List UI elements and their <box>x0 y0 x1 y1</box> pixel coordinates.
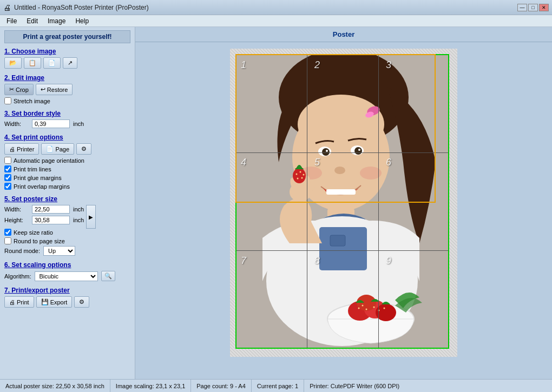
poster-width-input[interactable] <box>32 205 70 214</box>
poster-height-row: Height: inch <box>4 216 84 224</box>
trim-lines-row: Print trim lines <box>4 165 130 172</box>
actual-size-text: Actual poster size: 22,50 x 30,58 inch <box>5 383 104 389</box>
restore-label: Restore <box>47 87 68 93</box>
round-mode-select[interactable]: Up Down <box>43 246 75 256</box>
copy-icon: 📋 <box>29 59 36 67</box>
cell-9-number: 9 <box>386 255 391 267</box>
close-button[interactable]: ✕ <box>539 4 549 11</box>
statusbar: Actual poster size: 22,50 x 30,58 inch I… <box>0 379 552 392</box>
svg-point-40 <box>373 307 375 308</box>
section-border-style: 3. Set border style Width: inch <box>4 110 130 128</box>
photo-svg <box>235 54 449 349</box>
choose-image-title: 1. Choose image <box>4 48 130 55</box>
svg-point-38 <box>362 305 364 307</box>
section-scaling: 6. Set scaling options Algorithm: Bicubi… <box>4 261 130 281</box>
section-poster-size: 5. Set poster size Width: inch Height: i… <box>4 195 130 256</box>
svg-rect-19 <box>319 227 367 270</box>
size-scroll-arrow[interactable]: ▶ <box>86 205 96 229</box>
menu-help[interactable]: Help <box>71 16 93 26</box>
border-width-label: Width: <box>4 121 29 127</box>
section-edit-image: 2. Edit image ✂ Crop ↩ Restore Stretch i… <box>4 74 130 104</box>
print-button[interactable]: 🖨 Print <box>4 296 34 308</box>
load-image-button[interactable]: 📂 <box>4 57 22 69</box>
restore-button[interactable]: ↩ Restore <box>36 84 73 95</box>
export-image-button[interactable]: ↗ <box>63 57 77 69</box>
svg-point-12 <box>358 149 360 151</box>
poster-height-label: Height: <box>4 217 29 223</box>
cell-6-number: 6 <box>386 157 391 168</box>
stretch-image-checkbox[interactable] <box>4 97 11 104</box>
svg-point-10 <box>354 147 362 155</box>
cell-2-number: 2 <box>314 59 320 71</box>
svg-point-30 <box>297 178 299 180</box>
keep-ratio-row: Keep size ratio <box>4 229 130 236</box>
status-current-page: Current page: 1 <box>252 380 304 392</box>
overlap-margins-label: Print overlap margins <box>14 183 70 190</box>
crop-label: Crop <box>16 87 29 93</box>
poster-height-unit: inch <box>73 217 84 223</box>
window-title: Untitled - RonyaSoft Poster Printer (Pro… <box>14 4 149 11</box>
poster-width-unit: inch <box>73 206 84 212</box>
round-mode-row: Round mode: Up Down <box>4 246 130 256</box>
algorithm-row: Algorithm: Bicubic Bilinear Nearest Neig… <box>4 271 130 281</box>
printer-button[interactable]: 🖨 Printer <box>4 143 39 155</box>
menu-edit[interactable]: Edit <box>22 16 42 26</box>
trim-lines-checkbox[interactable] <box>4 165 11 172</box>
poster-area: 1 2 3 4 5 6 7 8 9 <box>224 42 464 379</box>
print-export-buttons: 🖨 Print 💾 Export ⚙ <box>4 296 130 308</box>
maximize-button[interactable]: □ <box>528 4 538 11</box>
svg-point-4 <box>298 95 384 154</box>
svg-rect-14 <box>326 189 356 195</box>
scaling-info-button[interactable]: 🔍 <box>101 271 115 281</box>
poster-size-fields: Width: inch Height: inch <box>4 205 84 227</box>
glue-margins-row: Print glue margins <box>4 174 130 181</box>
auto-orientation-row: Automatic page orientation <box>4 157 130 164</box>
poster-height-input[interactable] <box>32 216 70 224</box>
keep-ratio-label: Keep size ratio <box>14 229 53 236</box>
print-extra-button[interactable]: ⚙ <box>74 296 89 308</box>
export-poster-button[interactable]: 💾 Export <box>36 296 73 308</box>
paste-image-button[interactable]: 📄 <box>43 57 61 69</box>
algorithm-label: Algorithm: <box>4 273 31 280</box>
poster-width-label: Width: <box>4 206 29 212</box>
menu-image[interactable]: Image <box>43 16 70 26</box>
svg-point-31 <box>301 177 303 179</box>
page-button[interactable]: 📄 Page <box>41 143 74 155</box>
print-options-title: 4. Set print options <box>4 134 130 141</box>
svg-point-9 <box>322 148 330 156</box>
copy-image-button[interactable]: 📋 <box>24 57 41 69</box>
status-page-count: Page count: 9 - A4 <box>191 380 252 392</box>
round-to-page-checkbox[interactable] <box>4 237 11 244</box>
auto-orientation-checkbox[interactable] <box>4 157 11 164</box>
divider-v2 <box>378 54 379 349</box>
print-settings-button[interactable]: ⚙ <box>76 143 91 155</box>
svg-point-13 <box>334 167 345 174</box>
svg-point-29 <box>303 174 305 176</box>
auto-orientation-label: Automatic page orientation <box>14 157 84 164</box>
cell-1-number: 1 <box>241 59 246 71</box>
glue-margins-checkbox[interactable] <box>4 174 11 181</box>
current-page-text: Current page: 1 <box>257 383 298 389</box>
menu-file[interactable]: File <box>2 16 21 26</box>
trim-lines-label: Print trim lines <box>14 166 51 172</box>
keep-ratio-checkbox[interactable] <box>4 229 11 236</box>
svg-point-26 <box>293 168 306 183</box>
svg-rect-20 <box>330 235 345 246</box>
poster-canvas: 1 2 3 4 5 6 7 8 9 <box>230 49 457 357</box>
minimize-button[interactable]: — <box>517 4 527 11</box>
algorithm-select[interactable]: Bicubic Bilinear Nearest Neighbor <box>35 271 98 281</box>
divider-v1 <box>307 54 307 349</box>
glue-margins-label: Print glue margins <box>14 175 62 181</box>
titlebar-controls[interactable]: — □ ✕ <box>517 4 549 11</box>
panel-header: Print a great poster yourself! <box>4 30 130 43</box>
overlap-margins-checkbox[interactable] <box>4 183 11 190</box>
divider-h2 <box>235 250 449 251</box>
border-width-row: Width: inch <box>4 119 130 128</box>
printer-icon: 🖨 <box>9 146 15 152</box>
crop-button[interactable]: ✂ Crop <box>4 84 34 95</box>
cell-3-number: 3 <box>386 59 391 71</box>
cell-5-number: 5 <box>314 157 320 168</box>
border-width-input[interactable] <box>32 119 70 128</box>
cell-4-number: 4 <box>241 157 246 168</box>
poster-header: Poster <box>135 27 552 42</box>
